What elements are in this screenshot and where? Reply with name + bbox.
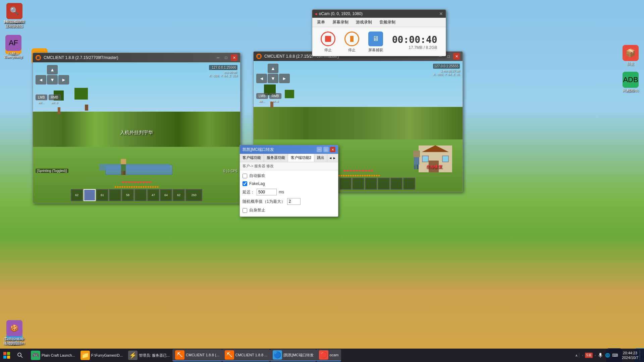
port-section-header: 客户-> 服务器 修改 [240,162,338,170]
ocam-screen-capture-icon[interactable]: 🖥 [368,32,383,46]
mc2-slot-9[interactable] [403,178,415,190]
ime-indicator[interactable]: · [582,353,583,357]
mc1-close[interactable]: ✕ [231,54,237,61]
port-tab-server[interactable]: 服务器功能 [264,154,288,162]
mc2-ctrl-up[interactable]: ▲ [268,64,278,73]
mc1-slot-4[interactable] [109,189,121,201]
mc1-slot-9[interactable]: 62 [173,189,185,201]
taskbar-running-apps: 🎮 Plain Craft Launch... 📁 F:\FurryGames\… [27,349,575,362]
ocam-timer-display: 00:00:40 17.7MB / 8.2GB [392,34,437,50]
port-tab-prev[interactable]: ◄ [329,156,332,160]
taskbar-item-plain-craft[interactable]: 🎮 Plain Craft Launch... [28,349,78,361]
ocam-menu-game[interactable]: 游戏录制 [353,19,375,26]
mc2-slot-6[interactable] [365,178,377,190]
port-close-btn[interactable]: ✕ [330,147,335,152]
mc1-armor: ◆◆◆◆◆◆◆◆◆◆◆◆◆◆◆◆◆◆◆ [114,185,159,188]
show-desktop-btn[interactable] [640,350,641,360]
svg-rect-6 [599,353,601,356]
mc2-rmb-btn[interactable]: RMB [269,93,281,99]
port-tab-exit[interactable]: 跳出 [314,154,327,162]
mc1-game-view[interactable]: ▲ ◄ ▼ ► LMB ии... RMB ии..s [33,62,240,203]
ocam-pause-group[interactable]: 停止 [344,32,359,53]
mc1-slot-7[interactable]: 47 [147,189,159,201]
svg-line-5 [21,356,22,358]
taskbar-item-mc1[interactable]: ⛏ CMCLIENT 1.8.8 (... [172,349,222,361]
mc1-slot-5[interactable]: 58 [122,189,134,201]
mc1-lmb-btn[interactable]: LMB [36,95,47,100]
mc1-minimize[interactable]: ─ [215,54,221,61]
taskbar-clock[interactable]: 20:44:23 2024/10/7 [622,351,638,360]
taskbar-item-ocam[interactable]: 🔴 ocam [316,349,341,361]
mc1-titlebar: ⬛ CMCLIENT 1.8.8 (2.7.15/27709f7/master)… [33,53,240,62]
mc2-lmb-btn[interactable]: LMB [256,93,268,99]
mc2-slot-8[interactable] [390,178,402,190]
port-autodoge-checkbox[interactable] [243,174,247,178]
mc1-ctrl-down[interactable]: ▼ [47,75,58,84]
mc1-slot-6[interactable] [135,189,147,201]
ocam-capture-group[interactable]: 🖥 屏幕捕获 [368,32,383,53]
mc1-slot-2[interactable] [84,189,96,201]
mc2-slot-5[interactable] [352,178,364,190]
mc2-slot-4[interactable] [339,178,352,190]
ocam-taskbar-icon: 🔴 [319,350,328,360]
mc2-ctrl-right[interactable]: ► [279,74,290,83]
taskbar-item-explorer[interactable]: 📁 F:\FurryGames\D... [78,349,125,361]
taskbar-item-mc2[interactable]: ⛏ CMCLIENT 1.8.8 ... [222,349,270,361]
mc2-ctrl-left[interactable]: ◄ [256,74,267,83]
port-fakelag-checkbox[interactable] [243,181,247,186]
mc2-entity-body [414,157,419,165]
ocam-close-btn[interactable]: ✕ [439,11,443,16]
ocam-menu-screen[interactable]: 屏幕录制 [329,19,352,26]
mc2-ctrl-down[interactable]: ▼ [268,74,278,83]
taskbar-item-server[interactable]: ⚡ 管理员: 服务器已... [125,349,172,361]
ocam-filesize: 17.7MB / 8.2GB [392,45,437,50]
icon-ec[interactable]: EC 杂 [642,2,644,25]
mc1-lmb-group: LMB ии... [36,95,47,104]
taskbar-search-button[interactable] [13,349,27,362]
tray-expand-btn[interactable]: ∧ [575,354,578,357]
port-maximize-btn[interactable]: □ [323,147,329,152]
icon-tuohezi[interactable]: 📦 脱盒 [617,44,644,67]
ocam-stop-group[interactable]: 停止 [321,32,335,53]
taskbar-start-button[interactable] [0,349,13,362]
port-taskbar-icon: 🔵 [273,350,282,360]
mc2-ms: 1 ms 00:27:38 [433,69,460,73]
mc1-slot-8[interactable]: 64 [160,189,172,201]
mc1-terrain [33,112,240,147]
icon-af[interactable]: AF Af [0,34,27,57]
mc1-slot-3[interactable]: 61 [96,189,108,201]
mc2-entity-head [413,150,420,157]
port-tab-next[interactable]: ► [333,156,336,160]
icon-adb[interactable]: ADB ADB [617,70,644,94]
port-selfban-checkbox[interactable] [243,208,247,213]
ocam-menu-caidan[interactable]: 菜单 [314,19,328,26]
port-minimize-btn[interactable]: ─ [317,147,322,152]
ocam-stop-icon[interactable] [321,32,335,46]
mc2-maximize[interactable]: □ [445,53,452,60]
ocam-pause-icon[interactable] [344,32,359,46]
microphone-icon[interactable] [598,353,603,358]
mc1-rmb-btn[interactable]: RMB [49,95,61,100]
icon-cookie-acct[interactable]: 🍪 Cookie账号管理器 [2,319,27,347]
port-fakelag-label: FakeLag [249,181,265,186]
mc1-ctrl-right[interactable]: ► [58,75,69,84]
port-tab-client2[interactable]: 客户端功能2 [288,154,314,162]
port-tab-client[interactable]: 客户端功能 [240,154,264,162]
mc2-slot-7[interactable] [378,178,390,190]
icon-fanlu[interactable]: 🔍 翻路 4399证明识别... [2,2,27,30]
mc1-ms: ms 00:38: [209,71,237,74]
mc1-maximize[interactable]: □ [223,54,229,61]
mc1-slot-count[interactable]: 293 [185,189,202,201]
taskbar-item-port-forward[interactable]: 🔵 [凯凯]MC端口转发 [270,349,316,361]
mc1-slot-1[interactable]: 62 [71,189,83,201]
mc1-ctrl-left[interactable]: ◄ [36,75,46,84]
mc2-close[interactable]: ✕ [453,53,460,60]
lang-indicator[interactable]: S英 [585,353,593,358]
mc1-ctrl-up[interactable]: ▲ [47,65,58,74]
port-random-input[interactable] [287,198,301,205]
ocam-menu-audio[interactable]: 音频录制 [376,19,399,26]
ocam-menubar: 菜单 屏幕录制 游戏录制 音频录制 [312,18,446,27]
port-fakelag-row: FakeLag [243,181,335,186]
taskbar: 🎮 Plain Craft Launch... 📁 F:\FurryGames\… [0,349,644,362]
port-delay-input[interactable] [257,189,277,195]
